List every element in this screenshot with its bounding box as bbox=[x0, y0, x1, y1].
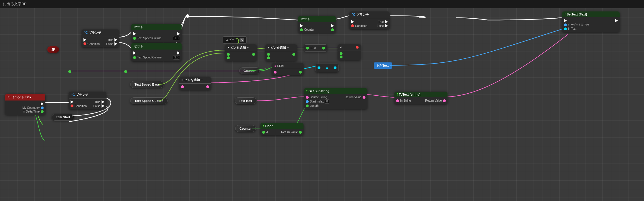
branch1-label: ブランチ bbox=[89, 31, 101, 35]
event-tick-header: ◇ イベント Tick bbox=[5, 94, 45, 100]
dot-body: ● bbox=[316, 64, 338, 72]
branch1-body: True Condition False bbox=[82, 36, 119, 47]
set3-node: セット Counter bbox=[298, 16, 336, 33]
pin-my-geometry: My Geometry bbox=[7, 106, 44, 109]
set3-label: セット bbox=[301, 17, 310, 21]
text-spped-base-label: Text Spped Base bbox=[135, 83, 160, 86]
title-bar: に出る文字BP bbox=[0, 0, 644, 8]
set-text-label: SetText (Text) bbox=[567, 13, 587, 16]
get-substring-node: f Get Substring Source String Return Val… bbox=[304, 88, 367, 109]
less-than-header: < bbox=[338, 44, 361, 50]
to-text-body: In String Return Value bbox=[394, 97, 448, 104]
add1-node: + ピンを追加 + bbox=[265, 44, 297, 61]
speed-label: スピード bbox=[225, 38, 238, 42]
delta-pin[interactable] bbox=[41, 110, 44, 113]
kp-text-label: KP Text bbox=[377, 64, 389, 67]
dot-node: ● bbox=[316, 64, 338, 72]
set2-label: セット bbox=[134, 44, 143, 48]
set1-node: セット Text Spped Culture 1.0 bbox=[131, 24, 182, 42]
exec-pin[interactable] bbox=[41, 102, 44, 106]
kp-text-node[interactable]: KP Text bbox=[374, 62, 392, 69]
floor-label: Floor bbox=[265, 124, 273, 128]
branch1-node: ℃ ブランチ True Condition False bbox=[82, 29, 119, 47]
add1-label: + ピンを追加 + bbox=[268, 46, 289, 50]
dot-symbol: ● bbox=[326, 66, 328, 70]
counter1-label: Counter bbox=[244, 69, 256, 72]
add2-body bbox=[179, 84, 211, 90]
len-header: ● LEN bbox=[272, 63, 303, 69]
add2-label: × ピンを追加 + bbox=[182, 78, 203, 82]
get-substring-body: Source String Return Value Start Index 0… bbox=[304, 94, 367, 109]
speed-node: スピード ✎ bbox=[223, 36, 247, 44]
branch1-header: ℃ ブランチ bbox=[82, 29, 119, 36]
to-text-node: f ToText (string) In String Return Value bbox=[394, 92, 448, 104]
less-than-node: < bbox=[338, 44, 361, 60]
set3-body: Counter bbox=[298, 22, 336, 33]
len-node: ● LEN bbox=[272, 63, 303, 75]
add1-body bbox=[265, 51, 297, 61]
multiply-body bbox=[225, 51, 257, 61]
floor-header: f Floor bbox=[260, 123, 303, 129]
less-than-label: < bbox=[340, 46, 342, 49]
branch3-label: ブランチ bbox=[356, 13, 369, 17]
counter2-node: Counter bbox=[235, 125, 256, 132]
add2-header: × ピンを追加 + bbox=[179, 77, 211, 84]
less-than-body bbox=[338, 50, 361, 60]
counter-junction2 bbox=[124, 70, 127, 73]
set2-body: Text Spped Culture 2.5 bbox=[131, 50, 182, 61]
talk-start-label: Talk Start bbox=[56, 115, 70, 119]
jp-node: JP bbox=[47, 46, 59, 53]
ten-val-body: 10.0 bbox=[304, 44, 327, 52]
multiply-label: × ピンを追加 + bbox=[227, 46, 249, 50]
get-substring-label: Get Substring bbox=[308, 89, 329, 93]
branch2-node: ℃ ブランチ True Condition False bbox=[69, 92, 106, 109]
len-body bbox=[272, 69, 303, 75]
junction-dot bbox=[186, 14, 189, 18]
text-box-node: Text Box bbox=[235, 97, 256, 104]
branch3-header: ℃ ブランチ bbox=[349, 11, 390, 18]
ten-val-node: 10.0 bbox=[304, 44, 327, 52]
set3-header: セット bbox=[298, 16, 336, 22]
set-text-node: f SetText (Text) ターゲットは Text In Text bbox=[562, 11, 620, 32]
talk-start-node: Talk Start bbox=[52, 114, 74, 121]
branch2-body: True Condition False bbox=[69, 98, 106, 109]
set-text-header: f SetText (Text) bbox=[562, 11, 620, 17]
set2-node: セット Text Spped Culture 2.5 bbox=[131, 43, 182, 61]
speed-edit[interactable]: ✎ bbox=[240, 38, 244, 42]
title-text: に出る文字BP bbox=[3, 1, 26, 7]
text-spped-culture-label: Text Spped Culture bbox=[135, 99, 163, 103]
text-box-label: Text Box bbox=[239, 99, 252, 103]
jp-label: JP bbox=[51, 48, 55, 51]
counter2-label: Counter bbox=[240, 127, 252, 130]
set1-label: セット bbox=[134, 25, 143, 29]
to-text-header: f ToText (string) bbox=[394, 92, 448, 97]
multiply-header: × ピンを追加 + bbox=[225, 44, 257, 51]
floor-node: f Floor A Return Value bbox=[260, 123, 303, 135]
floor-body: A Return Value bbox=[260, 129, 303, 135]
len-label: LEN bbox=[277, 64, 284, 68]
pin-exec-out bbox=[7, 102, 44, 106]
multiply-node: × ピンを追加 + bbox=[225, 44, 257, 61]
branch2-label: ブランチ bbox=[76, 93, 88, 97]
branch1-exec-in[interactable] bbox=[83, 38, 86, 42]
set-text-body: ターゲットは Text In Text bbox=[562, 17, 620, 32]
add2-node: × ピンを追加 + bbox=[179, 77, 211, 90]
counter-junction bbox=[68, 70, 71, 73]
text-spped-culture: Text Spped Culture bbox=[130, 97, 168, 104]
add1-header: + ピンを追加 + bbox=[265, 44, 297, 51]
set2-header: セット bbox=[131, 43, 182, 50]
pin-delta-time: In Delta Time bbox=[7, 110, 44, 113]
counter1-node: Counter bbox=[239, 67, 260, 74]
text-spped-base: Text Spped Base bbox=[130, 81, 164, 88]
event-tick-body: My Geometry In Delta Time bbox=[5, 100, 45, 115]
branch3-node: ℃ ブランチ True Condition False bbox=[349, 11, 390, 29]
get-substring-header: f Get Substring bbox=[304, 88, 367, 94]
geometry-pin[interactable] bbox=[41, 107, 44, 109]
set1-body: Text Spped Culture 1.0 bbox=[131, 30, 182, 42]
to-text-label: ToText (string) bbox=[399, 93, 420, 96]
set1-header: セット bbox=[131, 24, 182, 30]
branch3-body: True Condition False bbox=[349, 18, 390, 29]
branch2-header: ℃ ブランチ bbox=[69, 92, 106, 98]
event-tick-node: ◇ イベント Tick My Geometry In Delta Time bbox=[5, 94, 45, 115]
event-tick-label: ◇ イベント Tick bbox=[7, 95, 31, 99]
